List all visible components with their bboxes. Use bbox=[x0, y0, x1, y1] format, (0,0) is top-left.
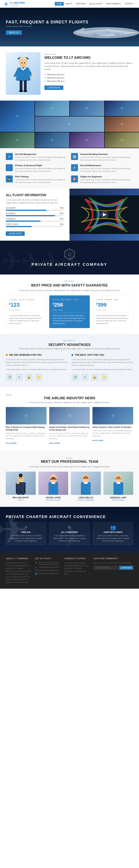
welcome-list-item-3: Maecenas nibh arcu bbox=[44, 80, 133, 83]
pricing-price-2: $256 bbox=[53, 302, 86, 308]
security-icon-lock-2: 🔒 bbox=[91, 373, 99, 381]
service-item-4: ✈ Aircraft Maintenance Lorem ipsum dolor… bbox=[71, 164, 133, 173]
footer-email-text: support@yourwebsite.com bbox=[38, 569, 58, 571]
news-card-link-2[interactable]: READ MORE... bbox=[49, 442, 61, 444]
stewardess-image bbox=[6, 52, 40, 95]
news-label: NEWS bbox=[6, 394, 12, 396]
service-text-4: Lorem ipsum dolor sit amet, consectetur … bbox=[80, 167, 133, 173]
flight-info-button[interactable]: LEARN MORE bbox=[6, 231, 25, 236]
footer-subscribe-form: SUBSCRIBE bbox=[94, 566, 133, 570]
learn-more-button[interactable]: LEARN MORE bbox=[44, 86, 63, 90]
team-image-3 bbox=[71, 472, 101, 495]
nav-about[interactable]: About bbox=[64, 2, 74, 6]
nav-blog[interactable]: Blog Latest bbox=[88, 2, 104, 6]
news-card-title-1: How To Books For Frequent Flight Staying… bbox=[6, 426, 46, 431]
svg-line-31 bbox=[65, 256, 66, 257]
news-card-text-3: Lorem ipsum dolor sit amet, consectetur … bbox=[93, 430, 133, 437]
footer-web-icon: 🌐 bbox=[35, 572, 37, 575]
logo: LT AIRCOMS AIRCOMS bbox=[4, 1, 25, 6]
service-item-2: 🏢 Ground Handling Summary Lorem ipsum do… bbox=[71, 153, 133, 161]
photo-grid bbox=[0, 101, 139, 148]
team-card-2: SUSAN LATHE HEAD OF FLIGHT bbox=[38, 472, 68, 501]
service-title-4: Aircraft Maintenance bbox=[80, 164, 133, 166]
pricing-intro: Lorem ipsum dolor sit amet, consectetur … bbox=[6, 289, 133, 291]
news-card-3: Airline Systems: How Content To Sacrific… bbox=[93, 407, 133, 445]
svg-point-10 bbox=[19, 58, 27, 68]
security-icon-plane-2: ✈ bbox=[81, 373, 89, 381]
svg-rect-35 bbox=[21, 482, 24, 495]
news-card-title-3: Airline Systems: How Content To Sacrific… bbox=[93, 426, 133, 429]
svg-point-37 bbox=[19, 473, 23, 477]
flight-stat-business-value: 85% bbox=[60, 212, 64, 215]
footer-col-offer: COMPANY'S OFFER Lorem ipsum dolor sit am… bbox=[64, 558, 90, 584]
nav-performance[interactable]: Performance bbox=[104, 2, 123, 6]
footer-about-title: ABOUT LT COMPANY bbox=[6, 558, 31, 560]
team-role-3: FLIGHT ATTENDANT bbox=[71, 499, 101, 501]
news-card-1: How To Books For Frequent Flight Staying… bbox=[6, 407, 46, 445]
team-label: TEAM bbox=[66, 457, 73, 459]
footer-offer-text: Lorem ipsum dolor sit amet, consectetur … bbox=[64, 562, 90, 576]
pricing-card-2: DALLAS - NEW JERSEY - OHIO $256 12:00 - … bbox=[49, 296, 90, 328]
hero-section: FAST, FREQUENT & DIRECT FLIGHTS Lorem ip… bbox=[0, 8, 139, 46]
pricing-route-1: ALABAMA - ALASKA - ARIZONA bbox=[9, 299, 43, 301]
svg-rect-36 bbox=[16, 482, 19, 484]
pricing-section: PRICING BEST PRICE AND WITH SAFETY GUARA… bbox=[0, 275, 139, 334]
news-card-text-2: Lorem ipsum dolor sit amet, consectetur … bbox=[49, 432, 90, 440]
svg-rect-13 bbox=[20, 80, 23, 91]
footer-contact-web: 🌐 support@yourwebsite.com bbox=[35, 572, 60, 575]
news-card-link-3[interactable]: READ MORE... bbox=[93, 439, 105, 441]
service-title-6: Flights For Beginners bbox=[80, 176, 133, 178]
service-content-1: Aircraft Management Lorem ipsum dolor si… bbox=[15, 153, 68, 161]
footer-email-icon: ✉ bbox=[35, 569, 36, 571]
nav-features[interactable]: Features bbox=[74, 2, 88, 6]
footer-about-text: Lorem ipsum dolor sit amet, consectetur … bbox=[6, 562, 31, 584]
news-desc: Lorem ipsum dolor sit amet, consectetur … bbox=[6, 401, 133, 404]
nav-home[interactable]: Home bbox=[55, 2, 64, 6]
main-nav: Home About Features Blog Latest Performa… bbox=[55, 2, 135, 6]
security-dot-orange bbox=[6, 354, 8, 356]
photo-cell-10 bbox=[105, 132, 139, 148]
security-col1-text1: Lorem ipsum dolor sit amet, consectetur … bbox=[6, 358, 68, 367]
footer-contact-phone: 📞 support@yourwebsite.com bbox=[35, 566, 60, 568]
team-image-4 bbox=[103, 472, 133, 495]
security-icon-star: ⭐ bbox=[35, 373, 42, 381]
welcome-image bbox=[6, 52, 40, 95]
service-content-5: Pilot Training Lorem ipsum dolor sit ame… bbox=[15, 176, 68, 184]
logo-icon bbox=[4, 2, 8, 6]
security-icon-lock: 🔒 bbox=[25, 373, 33, 381]
news-image-1 bbox=[6, 407, 46, 425]
svg-point-17 bbox=[21, 62, 23, 63]
flight-stat-platinum-fill bbox=[6, 220, 40, 222]
news-card-link-1[interactable]: READ MORE... bbox=[6, 442, 18, 444]
security-icon-star-2: ⭐ bbox=[100, 373, 108, 381]
flight-stat-economy-bar bbox=[6, 210, 64, 211]
news-card-2: Airport And Airway: How Points Getting Y… bbox=[49, 407, 90, 445]
charter-icon-3: 👥 bbox=[95, 525, 131, 530]
photo-cell-7 bbox=[0, 132, 35, 148]
charter-feature-title-3: HARD WITH CARGO bbox=[95, 531, 131, 533]
photo-cell-8 bbox=[35, 132, 69, 148]
flight-stat-firstclass-label: FIRST CLASS bbox=[6, 223, 18, 225]
svg-point-49 bbox=[86, 477, 88, 478]
nav-contact[interactable]: Contact bbox=[123, 2, 135, 6]
charter-title: PRIVATE CHARTER AIRCRAFT CONVENIENCE bbox=[6, 515, 133, 519]
flight-stat-platinum-label: PLATINUM bbox=[6, 218, 15, 220]
security-label: SECURITY bbox=[6, 340, 133, 342]
svg-rect-47 bbox=[84, 482, 88, 484]
service-content-4: Aircraft Maintenance Lorem ipsum dolor s… bbox=[80, 164, 133, 173]
news-image-3 bbox=[93, 407, 133, 425]
security-col-2: THE BEST JUST FOR YOU Lorem ipsum dolor … bbox=[71, 353, 133, 381]
hero-button[interactable]: ABOUT US bbox=[6, 30, 22, 35]
svg-point-39 bbox=[22, 478, 22, 478]
flight-info-section: ALL FLIGHT INFORMATION Lorem ipsum dolor… bbox=[0, 189, 139, 241]
svg-line-30 bbox=[73, 251, 74, 252]
team-image-1 bbox=[6, 472, 36, 495]
footer-email-input[interactable] bbox=[94, 566, 118, 570]
hero-title: FAST, FREQUENT & DIRECT FLIGHTS bbox=[6, 20, 89, 25]
subscribe-button[interactable]: SUBSCRIBE bbox=[119, 566, 133, 570]
video-thumbnail[interactable] bbox=[69, 189, 139, 241]
pricing-route-3: ALBANY - PHOENIX - JUNE bbox=[96, 299, 130, 301]
svg-point-38 bbox=[19, 478, 20, 478]
flight-stat-platinum-bar bbox=[6, 220, 64, 222]
footer: ABOUT LT COMPANY Lorem ipsum dolor sit a… bbox=[0, 553, 139, 589]
